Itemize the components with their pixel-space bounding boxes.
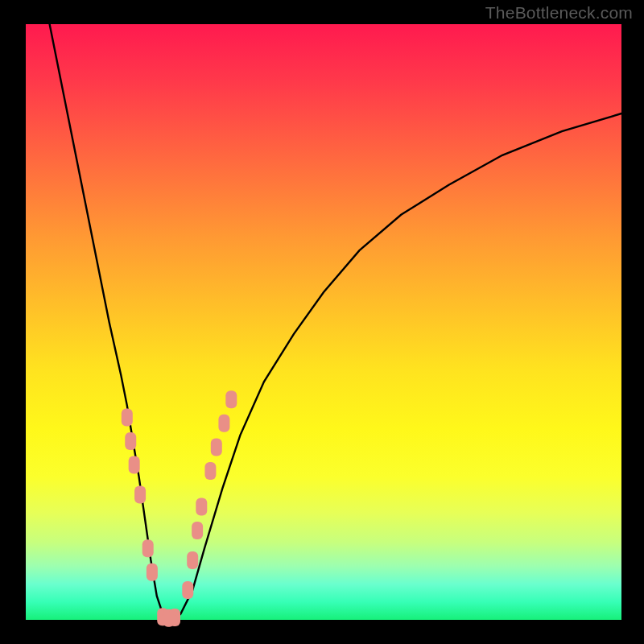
curve-marker [204,462,216,480]
curve-marker [142,539,154,557]
curve-marker [211,438,222,456]
markers-group [122,390,237,627]
curve-marker [225,390,237,408]
trough-marker [160,614,178,625]
curve-marker [122,408,133,426]
curve-marker [182,581,193,599]
curve-marker [147,564,158,581]
curve-marker [218,415,229,432]
curve-group [50,24,621,620]
chart-frame: TheBottleneck.com [0,0,644,644]
chart-overlay [0,0,644,644]
curve-marker [125,432,136,450]
curve-marker [134,486,146,504]
curve-marker [192,522,203,539]
curve-marker [187,551,198,569]
curve-marker [129,456,140,474]
bottleneck-curve [50,24,621,620]
curve-marker [196,497,207,515]
